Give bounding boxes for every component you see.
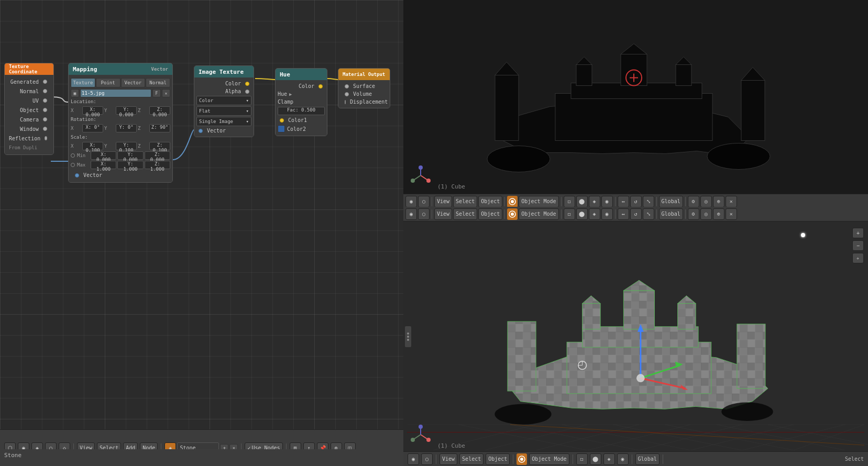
extras-top3[interactable]: ⊕ bbox=[713, 196, 724, 207]
rendered-btn-bs[interactable]: ◉ bbox=[617, 453, 629, 465]
tab-vector[interactable]: Vector bbox=[121, 78, 146, 87]
img-tex-color-dropdown: Color ▾ bbox=[194, 95, 254, 106]
scale-btn-bot[interactable]: ⤡ bbox=[643, 208, 654, 220]
svg-rect-65 bbox=[623, 291, 654, 329]
color-dropdown[interactable]: Color ▾ bbox=[196, 96, 251, 105]
mapping-header[interactable]: Mapping Vector bbox=[69, 63, 172, 75]
tex-coord-from-dupli: From Dupli bbox=[5, 143, 53, 152]
max-y-input[interactable]: Y: 1.000 bbox=[117, 161, 143, 169]
fac-input[interactable]: Fac: 0.500 bbox=[278, 107, 325, 115]
extras-bot2[interactable]: ◎ bbox=[700, 208, 712, 220]
wireframe-btn-bot[interactable]: ◻ bbox=[564, 208, 575, 220]
viewport-top-icon[interactable]: ◉ bbox=[405, 196, 417, 207]
loc-y-input[interactable]: Y: 0.000 bbox=[116, 106, 137, 115]
solid-btn-bot[interactable]: ⬤ bbox=[576, 208, 588, 220]
object-btn-top[interactable]: Object bbox=[478, 196, 502, 207]
transform-btn-top[interactable]: ↔ bbox=[618, 196, 629, 207]
image-name-field[interactable]: 11-5.jpg bbox=[80, 89, 151, 97]
img-btn-close[interactable]: ✕ bbox=[162, 89, 170, 97]
img-tex-single-dropdown: Single Image ▾ bbox=[194, 116, 254, 127]
select-btn-bot[interactable]: Select bbox=[453, 208, 477, 220]
object-mode-btn-bs[interactable]: Object Mode bbox=[529, 453, 569, 465]
rendered-btn-bot[interactable]: ◉ bbox=[601, 208, 613, 220]
view-btn-top[interactable]: View bbox=[434, 196, 452, 207]
bot-status-cam[interactable]: ○ bbox=[421, 453, 433, 465]
tab-texture[interactable]: Texture bbox=[71, 78, 95, 87]
extras-bot[interactable]: ⚙ bbox=[688, 208, 699, 220]
extras-top[interactable]: ⚙ bbox=[688, 196, 699, 207]
hue-header[interactable]: Hue bbox=[276, 69, 327, 80]
zoom-out-btn[interactable]: − bbox=[852, 240, 864, 251]
solid-btn-top[interactable]: ⬤ bbox=[576, 196, 588, 207]
img-btn-f[interactable]: F bbox=[152, 89, 161, 97]
min-y-input[interactable]: Y: 0.000 bbox=[117, 151, 143, 160]
rotate-btn-bot[interactable]: ↺ bbox=[630, 208, 642, 220]
object-mode-btn-bot[interactable]: Object Mode bbox=[519, 208, 558, 220]
viewport-bot-icon[interactable]: ◉ bbox=[405, 208, 417, 220]
svg-rect-2 bbox=[495, 75, 519, 141]
select-btn-bs[interactable]: Select bbox=[459, 453, 484, 465]
min-x-input[interactable]: X: 0.000 bbox=[91, 151, 116, 160]
image-preview-btn[interactable]: ▣ bbox=[71, 89, 79, 97]
view-btn-bs[interactable]: View bbox=[440, 453, 457, 465]
object-mode-btn-top[interactable]: Object Mode bbox=[519, 196, 558, 207]
wireframe-btn-bs[interactable]: ◻ bbox=[576, 453, 588, 465]
tex-coord-camera: Camera bbox=[5, 115, 53, 124]
max-checkbox[interactable] bbox=[71, 163, 75, 167]
rot-y-input[interactable]: Y: 0° bbox=[116, 124, 137, 132]
mode-icon-bot bbox=[507, 208, 518, 220]
select-btn-top[interactable]: Select bbox=[453, 196, 477, 207]
mat-output-header[interactable]: Material Output bbox=[338, 69, 390, 80]
scale-y-input[interactable]: Y: 0.100 bbox=[116, 142, 137, 150]
flat-dropdown[interactable]: Flat ▾ bbox=[196, 106, 251, 116]
scale-z-input[interactable]: Z: 0.100 bbox=[149, 142, 170, 150]
mat-output-body: Surface Volume Displacement bbox=[338, 80, 390, 108]
viewport-bot-cam[interactable]: ○ bbox=[418, 208, 430, 220]
window-socket bbox=[43, 127, 47, 131]
textured-model-svg bbox=[403, 224, 868, 450]
object-btn-bs[interactable]: Object bbox=[486, 453, 510, 465]
material-btn-bs[interactable]: ◈ bbox=[603, 453, 615, 465]
rot-x-input[interactable]: X: 0° bbox=[82, 124, 103, 132]
extras-top2[interactable]: ◎ bbox=[700, 196, 712, 207]
extras-top4[interactable]: ✕ bbox=[726, 196, 737, 207]
image-texture-node: Image Texture Color Alpha Color ▾ bbox=[194, 65, 254, 137]
sep-t4 bbox=[615, 197, 616, 206]
material-btn-top[interactable]: ◈ bbox=[589, 196, 600, 207]
scale-x-input[interactable]: X: 0.100 bbox=[82, 142, 103, 150]
loc-x-input[interactable]: X: 0.000 bbox=[82, 106, 103, 115]
rendered-btn-top[interactable]: ◉ bbox=[601, 196, 613, 207]
max-z-input[interactable]: Z: 1.000 bbox=[145, 161, 170, 169]
global-btn-top[interactable]: Global bbox=[659, 196, 683, 207]
min-z-input[interactable]: Z: 0.000 bbox=[145, 151, 170, 160]
extras-bot4[interactable]: ✕ bbox=[726, 208, 737, 220]
viewport-top-cam[interactable]: ○ bbox=[418, 196, 430, 207]
rot-z-input[interactable]: Z: 90° bbox=[149, 124, 170, 132]
solid-btn-bs[interactable]: ⬤ bbox=[590, 453, 601, 465]
view-btn-bot[interactable]: View bbox=[434, 208, 452, 220]
tab-point[interactable]: Point bbox=[96, 78, 120, 87]
img-tex-header[interactable]: Image Texture bbox=[194, 66, 254, 77]
material-btn-bot[interactable]: ◈ bbox=[589, 208, 600, 220]
loc-z-input[interactable]: Z: 0.000 bbox=[149, 106, 170, 115]
viewport-resize-handle[interactable] bbox=[405, 326, 411, 347]
rotate-btn-top[interactable]: ↺ bbox=[630, 196, 642, 207]
color1-in-socket bbox=[280, 118, 284, 123]
object-btn-bot[interactable]: Object bbox=[478, 208, 502, 220]
global-btn-bs[interactable]: Global bbox=[635, 453, 660, 465]
fly-btn[interactable]: ✈ bbox=[852, 253, 864, 263]
transform-btn-bot[interactable]: ↔ bbox=[618, 208, 629, 220]
max-x-input[interactable]: X: 1.000 bbox=[91, 161, 116, 169]
scale-btn-top[interactable]: ⤡ bbox=[643, 196, 654, 207]
zoom-in-btn[interactable]: + bbox=[852, 228, 864, 238]
tab-normal[interactable]: Normal bbox=[146, 78, 170, 87]
volume-in-socket bbox=[345, 92, 349, 96]
extras-bot3[interactable]: ⊕ bbox=[713, 208, 724, 220]
wireframe-btn-top[interactable]: ◻ bbox=[564, 196, 575, 207]
tex-coord-header[interactable]: Texture Coordinate bbox=[5, 63, 53, 75]
bot-status-icon[interactable]: ◉ bbox=[408, 453, 419, 465]
single-image-dropdown[interactable]: Single Image ▾ bbox=[196, 117, 251, 126]
min-checkbox[interactable] bbox=[71, 153, 75, 158]
global-btn-bot[interactable]: Global bbox=[659, 208, 683, 220]
mapping-title: Mapping bbox=[73, 66, 97, 73]
